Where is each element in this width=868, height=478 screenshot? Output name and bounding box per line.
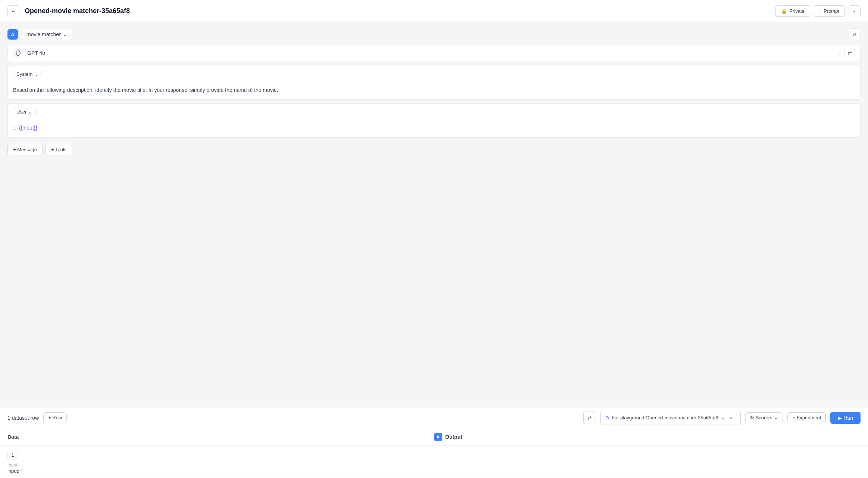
close-dataset-button[interactable]: × <box>727 413 736 422</box>
prompt-type-badge: A <box>7 29 18 40</box>
filter-button[interactable]: ⇄ <box>583 412 596 424</box>
copy-icon: ⧉ <box>853 31 856 38</box>
prompt-button[interactable]: + Prompt <box>814 5 845 17</box>
more-menu-button[interactable]: ··· <box>849 5 861 17</box>
user-message-header: User ⌄ <box>8 104 860 120</box>
data-table: Data A Output 1 Input input: '' – <box>0 428 868 478</box>
add-tools-button[interactable]: + Tools <box>46 144 72 155</box>
model-row: GPT 4o ⌄ ⇄ <box>7 44 861 62</box>
system-message-block: System ⌄ Based on the following descript… <box>7 66 861 100</box>
user-message-block: User ⌄ □ {{input}} <box>7 103 861 138</box>
user-role-button[interactable]: User ⌄ <box>13 108 36 116</box>
output-value: – <box>434 450 437 457</box>
model-chevron-icon[interactable]: ⌄ <box>838 50 842 56</box>
row-number: 1 <box>7 450 18 460</box>
prompt-area: A movie matcher ⌄ ⧉ GPT 4o ⌄ ⇄ <box>0 22 868 407</box>
model-actions: ⌄ ⇄ <box>838 48 855 58</box>
user-message-content: □ {{input}} <box>8 120 860 137</box>
system-message-header: System ⌄ <box>8 66 860 82</box>
filter-icon: ⇄ <box>587 415 592 421</box>
copy-button[interactable]: ⧉ <box>849 28 861 40</box>
ellipsis-icon: ··· <box>852 8 857 14</box>
output-badge: A <box>434 433 442 441</box>
role-chevron-icon: ⌄ <box>34 71 38 77</box>
system-message-content: Based on the following description, iden… <box>8 82 860 99</box>
main-content: A movie matcher ⌄ ⧉ GPT 4o ⌄ ⇄ <box>0 22 868 478</box>
prompt-selector-row: A movie matcher ⌄ ⧉ <box>7 28 861 40</box>
dataset-count: 1 dataset row <box>7 415 39 421</box>
dataset-badge: ⊙ For playground Opened-movie matcher-35… <box>600 411 740 425</box>
private-button[interactable]: 🔒 Private <box>775 5 810 17</box>
data-table-header: Data A Output <box>0 428 868 446</box>
system-role-button[interactable]: System ⌄ <box>13 70 42 78</box>
prompt-name-dropdown[interactable]: movie matcher ⌄ <box>22 29 72 40</box>
back-button[interactable]: ← <box>7 5 19 17</box>
field-label: Input <box>7 462 434 468</box>
model-name: GPT 4o <box>27 50 838 56</box>
page-title: Opened-movie matcher-35a65af8 <box>25 7 775 15</box>
run-button[interactable]: ▶ Run <box>830 412 861 424</box>
table-row: 1 Input input: '' – <box>0 446 868 478</box>
row-right: – <box>434 450 861 457</box>
row-left: 1 Input input: '' <box>7 450 434 474</box>
openai-logo-icon <box>15 50 21 56</box>
add-row-button[interactable]: + Row <box>43 412 67 423</box>
chevron-down-icon: ⌄ <box>63 31 68 37</box>
back-icon: ← <box>11 8 16 14</box>
field-value: input: '' <box>7 468 434 474</box>
model-settings-button[interactable]: ⇄ <box>844 48 855 58</box>
badge-chevron-icon: ⌄ <box>721 415 725 420</box>
bottom-toolbar: 1 dataset row + Row ⇄ ⊙ For playground O… <box>0 407 868 428</box>
template-variable: {{input}} <box>19 124 37 132</box>
col-output-header: A Output <box>434 433 861 441</box>
experiment-button[interactable]: + Experiment <box>787 412 826 423</box>
model-avatar <box>13 48 24 58</box>
database-icon: ⊙ <box>605 415 609 420</box>
sliders-icon: ⇄ <box>847 50 852 56</box>
scorers-chevron-icon: ⌄ <box>774 415 778 420</box>
lock-icon: 🔒 <box>781 8 787 14</box>
add-buttons-row: + Message + Tools <box>7 144 861 155</box>
message-icon: □ <box>13 124 16 132</box>
app-header: ← Opened-movie matcher-35a65af8 🔒 Privat… <box>0 0 868 22</box>
header-actions: 🔒 Private + Prompt ··· <box>775 5 861 17</box>
col-data-header: Data <box>7 434 434 440</box>
role-chevron-icon: ⌄ <box>28 109 32 115</box>
add-message-button[interactable]: + Message <box>7 144 43 155</box>
scorers-button[interactable]: % Scorers ⌄ <box>745 412 783 423</box>
